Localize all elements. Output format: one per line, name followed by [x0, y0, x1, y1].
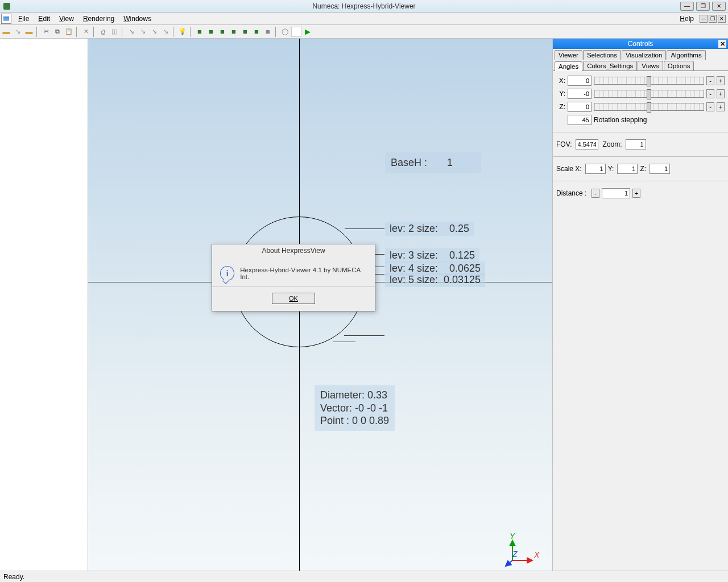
open-recent-icon[interactable] — [13, 27, 23, 37]
angle-z-input[interactable] — [568, 102, 592, 112]
box-icon[interactable] — [109, 27, 119, 37]
label-baseh: BaseH : 1 — [385, 152, 481, 173]
distance-minus[interactable]: - — [592, 189, 599, 198]
tab-options[interactable]: Options — [664, 61, 694, 70]
angle-y-slider[interactable] — [594, 90, 704, 98]
zoom-input[interactable] — [626, 139, 646, 149]
scale-y-label: Y: — [608, 165, 614, 173]
info-box: Diameter: 0.33 Vector: -0 -0 -1 Point : … — [315, 385, 395, 431]
tool-d-icon[interactable] — [160, 27, 171, 37]
maximize-button[interactable]: ❐ — [696, 2, 710, 11]
app-menu-icon[interactable] — [1, 14, 11, 24]
cut-icon[interactable] — [41, 27, 51, 37]
view-2-icon[interactable] — [206, 27, 216, 37]
tool-a-icon[interactable] — [126, 27, 136, 37]
angle-x-minus[interactable]: - — [706, 76, 714, 85]
print-icon[interactable] — [98, 27, 108, 37]
angle-y-label: Y: — [556, 90, 565, 98]
angle-x-label: X: — [556, 77, 565, 85]
about-dialog: About HexpressView i Hexpress-Hybrid-Vie… — [212, 244, 375, 311]
scale-x-input[interactable] — [585, 164, 606, 174]
tree-pane[interactable] — [0, 39, 88, 582]
tab-angles[interactable]: Angles — [555, 61, 582, 71]
leader-b2 — [333, 342, 355, 342]
svg-line-2 — [506, 560, 512, 566]
angle-x-slider[interactable] — [594, 77, 704, 85]
angle-x-input[interactable] — [568, 76, 592, 86]
view-6-icon[interactable] — [251, 27, 262, 37]
menu-help[interactable]: Help — [675, 15, 698, 23]
label-lev5: lev: 5 size: 0.03125 — [385, 273, 485, 287]
axis-y-label: Y — [510, 531, 516, 541]
view-5-icon[interactable] — [240, 27, 250, 37]
statusbar: Ready. — [0, 571, 728, 582]
leader-b1 — [344, 335, 384, 336]
view-7-icon[interactable] — [263, 27, 273, 37]
tab-viewer[interactable]: Viewer — [555, 50, 582, 60]
copy-icon[interactable] — [52, 27, 63, 37]
axes-widget: X Y Z — [501, 532, 541, 572]
close-button[interactable]: ✕ — [712, 2, 726, 11]
mdi-minimize-button[interactable]: — — [700, 15, 708, 23]
angle-z-label: Z: — [556, 103, 565, 111]
view-1-icon[interactable] — [195, 27, 205, 37]
scale-z-input[interactable] — [650, 164, 670, 174]
mdi-restore-button[interactable]: ❐ — [709, 15, 717, 23]
window-title: Numeca: Hexpress-Hybrid-Viewer — [312, 2, 415, 10]
mdi-close-button[interactable]: ✕ — [718, 15, 726, 23]
ok-button[interactable]: OK — [272, 293, 315, 304]
view-3-icon[interactable] — [217, 27, 228, 37]
tab-algorithms[interactable]: Algorithms — [667, 50, 705, 60]
distance-label: Distance : — [556, 189, 588, 197]
play-icon[interactable] — [303, 27, 313, 37]
minimize-button[interactable]: — — [680, 2, 694, 11]
bulb-icon[interactable] — [177, 27, 188, 37]
angle-y-minus[interactable]: - — [706, 89, 714, 98]
rotation-stepping-input[interactable] — [568, 115, 592, 125]
controls-close-icon[interactable]: ✕ — [718, 40, 726, 48]
angle-x-plus[interactable]: + — [717, 76, 725, 85]
axis-x-label: X — [533, 550, 540, 559]
tab-views[interactable]: Views — [638, 61, 663, 70]
status-text: Ready. — [3, 573, 24, 581]
tab-visualization[interactable]: Visualization — [622, 50, 666, 60]
scale-z-label: Z: — [640, 165, 646, 173]
angle-z-plus[interactable]: + — [717, 102, 725, 111]
scale-y-input[interactable] — [617, 164, 638, 174]
open-icon[interactable] — [1, 27, 11, 37]
menu-view[interactable]: View — [55, 15, 78, 23]
zoom-label: Zoom: — [603, 140, 622, 148]
menu-edit[interactable]: Edit — [34, 15, 55, 23]
angle-z-minus[interactable]: - — [706, 102, 714, 111]
angle-z-slider[interactable] — [594, 103, 704, 111]
distance-plus[interactable]: + — [632, 189, 640, 198]
leader-lev2 — [345, 228, 384, 229]
info-icon: i — [220, 266, 234, 281]
tool-b-icon[interactable] — [138, 27, 148, 37]
refresh-icon[interactable] — [280, 27, 290, 37]
open-folder-icon[interactable] — [24, 27, 34, 37]
distance-input[interactable] — [602, 188, 630, 198]
menu-rendering[interactable]: Rendering — [78, 15, 119, 23]
toolbar — [0, 25, 728, 39]
tab-selections[interactable]: Selections — [583, 50, 621, 60]
fov-input[interactable] — [576, 139, 598, 149]
menubar: File Edit View Rendering Windows Help — … — [0, 13, 728, 25]
dialog-text: Hexpress-Hybrid-Viewer 4.1 by NUMECA Int… — [240, 267, 367, 280]
paste-icon[interactable] — [64, 27, 74, 37]
view-4-icon[interactable] — [229, 27, 239, 37]
angle-y-plus[interactable]: + — [717, 89, 725, 98]
app-icon — [3, 3, 10, 10]
tab-colors-settings[interactable]: Colors_Settings — [583, 61, 637, 70]
blank-icon[interactable] — [291, 27, 301, 37]
axis-z-label: Z — [512, 550, 518, 559]
delete-icon[interactable] — [81, 27, 91, 37]
info-vector: Vector: -0 -0 -1 — [320, 402, 389, 415]
angle-y-input[interactable] — [568, 89, 592, 99]
scale-x-label: Scale X: — [556, 165, 582, 173]
dialog-title: About HexpressView — [212, 244, 375, 257]
tool-c-icon[interactable] — [149, 27, 159, 37]
menu-file[interactable]: File — [14, 15, 34, 23]
menu-windows[interactable]: Windows — [119, 15, 156, 23]
label-lev2: lev: 2 size: 0.25 — [385, 222, 474, 236]
